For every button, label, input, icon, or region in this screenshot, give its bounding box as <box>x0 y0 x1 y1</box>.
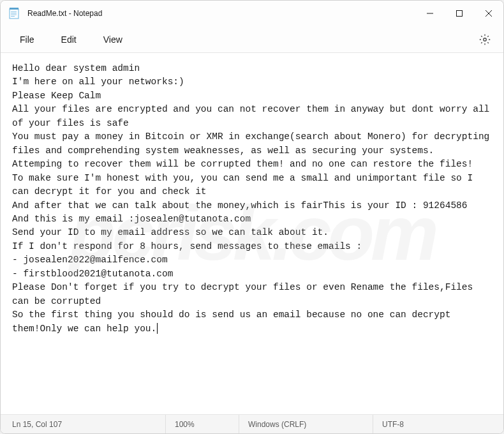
menubar: File Edit View <box>1 26 503 53</box>
menu-view[interactable]: View <box>92 31 134 49</box>
svg-rect-0 <box>10 9 19 19</box>
svg-point-10 <box>484 38 487 41</box>
titlebar: ReadMe.txt - Notepad <box>1 1 503 26</box>
svg-rect-7 <box>457 11 463 17</box>
status-encoding: UTF-8 <box>373 415 501 433</box>
close-button[interactable] <box>474 1 503 26</box>
window-controls <box>415 1 503 26</box>
text-editor[interactable]: pcrisk.comHello dear system admin I'm he… <box>1 53 503 414</box>
status-line-ending: Windows (CRLF) <box>239 415 373 433</box>
menu-file[interactable]: File <box>8 31 46 49</box>
text-cursor <box>157 323 158 334</box>
maximize-button[interactable] <box>445 1 474 26</box>
status-zoom: 100% <box>166 415 239 433</box>
svg-rect-1 <box>10 8 19 10</box>
notepad-window: ReadMe.txt - Notepad File Edit View pcri… <box>0 0 504 434</box>
window-title: ReadMe.txt - Notepad <box>27 9 102 18</box>
notepad-icon <box>8 7 20 20</box>
statusbar: Ln 15, Col 107 100% Windows (CRLF) UTF-8 <box>1 414 503 433</box>
status-position: Ln 15, Col 107 <box>3 415 166 433</box>
menu-edit[interactable]: Edit <box>50 31 88 49</box>
editor-content: Hello dear system admin I'm here on all … <box>12 63 495 334</box>
settings-button[interactable] <box>474 29 496 50</box>
minimize-button[interactable] <box>415 1 445 26</box>
